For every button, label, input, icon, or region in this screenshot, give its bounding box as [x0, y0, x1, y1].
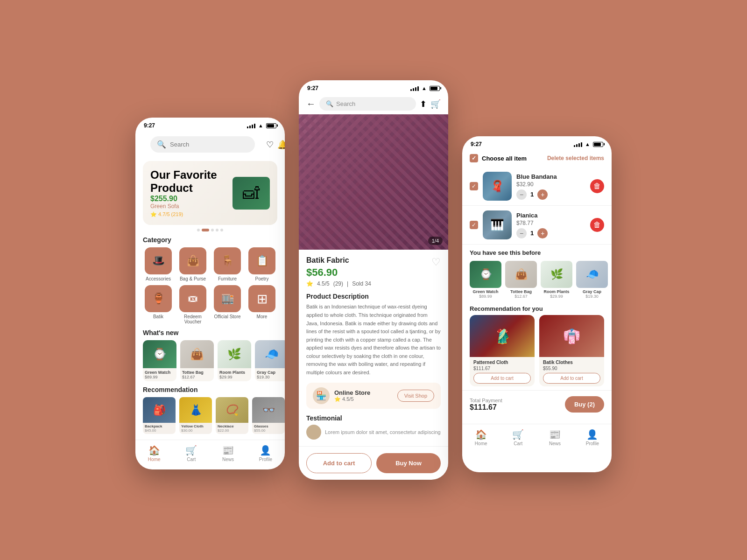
product-header: ← 🔍 Search ⬆ 🛒: [299, 93, 448, 114]
check-all-checkbox[interactable]: ✓: [470, 154, 478, 162]
rec-glasses[interactable]: 👓 Glasses $55.00: [252, 397, 285, 434]
product-search[interactable]: 🔍 Search: [319, 97, 416, 111]
cat-accessories[interactable]: 🎩 Accessories: [143, 247, 174, 281]
cat-furniture[interactable]: 🪑 Furniture: [212, 247, 243, 281]
seen-before-title: You have see this before: [462, 245, 612, 258]
rec-info-backpack: Backpack $45.00: [143, 423, 176, 434]
product-green-watch[interactable]: ⌚ Green Watch $89.99: [143, 340, 176, 381]
action-buttons: Add to cart Buy Now: [299, 446, 448, 480]
cart-item-bandana: ✓ 🧣 Blue Bandana $32.90 − 1 + 🗑: [462, 167, 612, 206]
bottom-nav-3: 🏠 Home 🛒 Cart 📰 News 👤 Profile: [462, 424, 612, 454]
nav-cart-1[interactable]: 🛒 Cart: [185, 445, 197, 462]
reco-add-batik-btn[interactable]: Add to cart: [543, 373, 600, 384]
testimonial-title: Testimonial: [306, 414, 441, 422]
cat-batik[interactable]: 🏺 Batik: [143, 285, 174, 324]
bar4: [254, 124, 255, 128]
cat-official[interactable]: 🏬 Official Store: [212, 285, 243, 324]
product-rating-row: ⭐ 4.5/5 (29) | Sold 34: [306, 280, 371, 287]
rec-backpack[interactable]: 🎒 Backpack $45.00: [143, 397, 176, 434]
rec-img-glasses: 👓: [252, 397, 285, 423]
reco-img-cloth: 🥻: [470, 315, 535, 357]
seen-bag[interactable]: 👜 Tottee Bag $12.67: [505, 261, 537, 299]
status-icons-3: ▲: [574, 141, 603, 147]
product-price-plant: $29.99: [219, 375, 249, 379]
cart-info-pianica: Pianica $78.77 − 1 +: [516, 212, 585, 238]
total-bar: Total Payment $111.67 Buy (2): [462, 390, 612, 418]
featured-banner: Our Favorite Product $255.90 Green Sofa …: [143, 161, 277, 225]
reviewer-avatar: [306, 425, 321, 440]
add-to-cart-button[interactable]: Add to cart: [306, 453, 372, 473]
search-icon-2: 🔍: [326, 100, 333, 107]
battery-fill-2: [430, 87, 437, 90]
nav-news-3[interactable]: 📰 News: [549, 429, 561, 446]
nav-cart-3[interactable]: 🛒 Cart: [512, 429, 524, 446]
seen-watch[interactable]: ⌚ Green Watch $89.99: [470, 261, 501, 299]
visit-shop-button[interactable]: Visit Shop: [397, 390, 434, 402]
bar3-3: [578, 143, 580, 147]
time-1: 9:27: [144, 122, 155, 129]
nav-home-1[interactable]: 🏠 Home: [148, 445, 161, 462]
product-info-cap: Gray Cap $19.30: [255, 368, 285, 381]
status-bar-3: 9:27 ▲: [462, 136, 612, 149]
check-all-label: Choose all item: [482, 155, 527, 162]
qty-minus-pianica[interactable]: −: [516, 228, 527, 238]
wishlist-icon[interactable]: ♡: [431, 256, 441, 268]
delete-btn-bandana[interactable]: 🗑: [590, 179, 604, 193]
product-room-plants[interactable]: 🌿 Room Plants $29.99: [218, 340, 251, 381]
seen-plant[interactable]: 🌿 Room Plants $29.99: [541, 261, 572, 299]
profile-icon-1: 👤: [260, 445, 271, 456]
delete-selected-btn[interactable]: Delete selected items: [547, 155, 604, 161]
back-button[interactable]: ←: [306, 98, 316, 109]
reco-title-3: Recommendation for you: [462, 301, 612, 315]
cat-more[interactable]: ⊞ More: [247, 285, 277, 324]
nav-label-profile-1: Profile: [259, 457, 272, 462]
nav-news-1[interactable]: 📰 News: [222, 445, 234, 462]
cat-icon-voucher: 🎟: [179, 285, 206, 312]
reco-add-cloth-btn[interactable]: Add to cart: [473, 373, 531, 384]
qty-plus-pianica[interactable]: +: [537, 228, 548, 238]
total-info: Total Payment $111.67: [470, 398, 502, 412]
heart-btn-1[interactable]: ♡: [266, 137, 274, 153]
seen-cap[interactable]: 🧢 Gray Cap $19.30: [576, 261, 608, 299]
rec-yellow-cloth[interactable]: 👗 Yellow Cloth $30.00: [179, 397, 212, 434]
item-checkbox-2[interactable]: ✓: [470, 221, 478, 229]
rec-necklace[interactable]: 📿 Necklace $22.00: [216, 397, 248, 434]
seen-price-watch: $89.99: [479, 294, 492, 299]
category-title: Category: [143, 236, 277, 244]
product-tottee-bag[interactable]: 👜 Tottee Bag $12.67: [180, 340, 214, 381]
item-checkbox-1[interactable]: ✓: [470, 182, 478, 190]
qty-control-bandana: − 1 +: [516, 189, 585, 200]
qty-control-pianica: − 1 +: [516, 228, 585, 238]
product-rating: 4.5/5: [317, 280, 330, 287]
status-bar-2: 9:27 ▲: [299, 80, 448, 93]
seen-name-watch: Green Watch: [472, 289, 498, 294]
cat-poetry[interactable]: 📋 Poetry: [247, 247, 277, 281]
qty-minus-bandana[interactable]: −: [516, 189, 527, 200]
product-name-area: Batik Fabric $56.90 ⭐ 4.5/5 (29) | Sold …: [306, 256, 371, 287]
testimonial-text: Lorem ipsum dolor sit amet, consectetur …: [325, 429, 441, 435]
qty-plus-bandana[interactable]: +: [537, 189, 548, 200]
dot-1: [197, 229, 200, 231]
sofa-emoji: 🛋: [243, 183, 260, 203]
nav-profile-1[interactable]: 👤 Profile: [259, 445, 272, 462]
bottom-nav-1: 🏠 Home 🛒 Cart 📰 News 👤 Profile: [135, 440, 285, 469]
buy-now-button[interactable]: Buy Now: [376, 453, 441, 473]
cat-label-furniture: Furniture: [218, 276, 237, 281]
nav-home-3[interactable]: 🏠 Home: [475, 429, 487, 446]
rec-info-glasses: Glasses $55.00: [252, 423, 285, 434]
cat-voucher[interactable]: 🎟 Redeem Voucher: [177, 285, 208, 324]
share-icon[interactable]: ⬆: [420, 99, 427, 109]
buy-button[interactable]: Buy (2): [565, 396, 604, 413]
search-input-1[interactable]: [170, 141, 248, 148]
sofa-image: 🛋: [233, 177, 270, 210]
product-gray-cap[interactable]: 🧢 Gray Cap $19.30: [255, 340, 285, 381]
bell-btn-1[interactable]: 🔔: [277, 137, 285, 153]
bar4-2: [417, 86, 419, 91]
product-img-cap: 🧢: [255, 340, 285, 368]
nav-profile-3[interactable]: 👤 Profile: [586, 429, 599, 446]
cart-icon-2[interactable]: 🛒: [430, 99, 441, 109]
battery-2: [430, 86, 440, 91]
search-container-1[interactable]: 🔍: [150, 136, 255, 153]
cat-bag[interactable]: 👜 Bag & Purse: [177, 247, 208, 281]
delete-btn-pianica[interactable]: 🗑: [590, 218, 604, 232]
